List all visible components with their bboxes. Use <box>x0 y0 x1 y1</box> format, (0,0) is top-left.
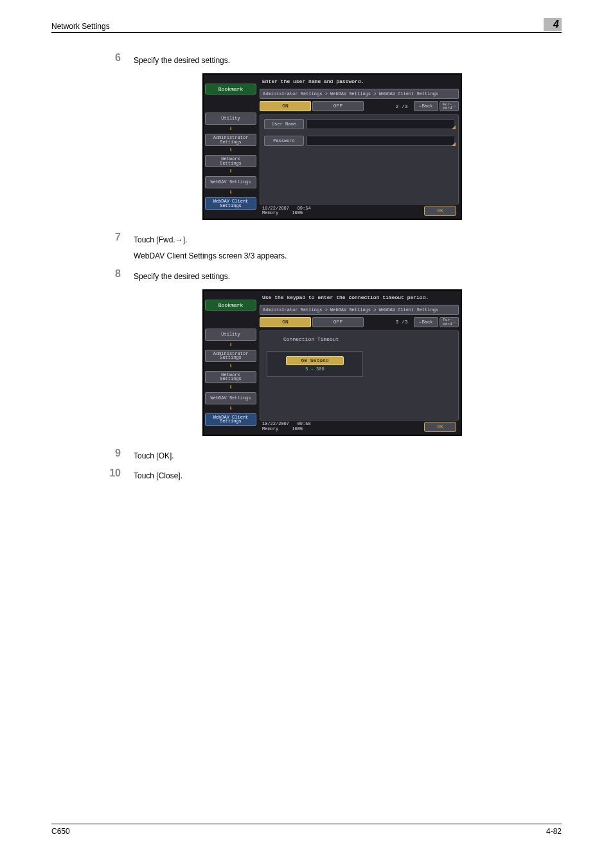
sidebar-item-webdav-settings[interactable]: WebDAV Settings <box>205 176 256 188</box>
timeout-value[interactable]: 60 Second <box>286 356 344 365</box>
sidebar-item-admin-settings[interactable]: Administrator Settings <box>205 350 256 362</box>
username-input[interactable] <box>306 119 454 129</box>
page-indicator: 3 /3 <box>391 319 413 325</box>
instruction-text: Use the keypad to enter the connection t… <box>260 292 459 305</box>
arrow-down-icon: ⬇ <box>205 126 256 132</box>
sidebar-item-network-settings[interactable]: Network Settings <box>205 155 256 167</box>
bookmark-button[interactable]: Bookmark <box>205 300 256 311</box>
back-button[interactable]: ←Back <box>414 101 438 111</box>
sidebar-item-webdav-settings[interactable]: WebDAV Settings <box>205 392 256 404</box>
ok-button[interactable]: OK <box>424 206 456 216</box>
bookmark-button[interactable]: Bookmark <box>205 84 256 95</box>
password-button[interactable]: Password <box>264 136 304 146</box>
ok-button[interactable]: OK <box>424 422 456 432</box>
sidebar-item-admin-settings[interactable]: Administrator Settings <box>205 134 256 146</box>
breadcrumb: Administrator Settings > WebDAV Settings… <box>260 305 459 315</box>
step-text: Touch [Close]. <box>134 467 182 482</box>
step-number: 9 <box>103 448 121 459</box>
step-number: 8 <box>103 268 121 280</box>
step-text: Touch [OK]. <box>134 448 174 462</box>
status-bar: 10/22/2007 09:54 Memory 100% <box>262 206 311 216</box>
step-subtext: WebDAV Client Settings screen 3/3 appear… <box>134 250 287 262</box>
step-text: Touch [Fwd.→]. <box>134 234 287 246</box>
step-text: Specify the desired settings. <box>134 268 230 283</box>
connection-timeout-label: Connection Timeout <box>264 335 454 345</box>
forward-button[interactable]: For- ward → <box>440 101 459 111</box>
connection-timeout-block: 60 Second 5 - 300 <box>267 351 363 377</box>
arrow-down-icon: ⬇ <box>205 168 256 175</box>
footer-right: 4-82 <box>546 827 562 836</box>
arrow-down-icon: ⬇ <box>205 147 256 154</box>
forward-button[interactable]: For- ward → <box>440 317 459 327</box>
sidebar-item-network-settings[interactable]: Network Settings <box>205 371 256 383</box>
timeout-range: 5 - 300 <box>305 366 324 372</box>
page-indicator: 2 /3 <box>391 104 413 109</box>
status-bar: 10/22/2007 09:58 Memory 100% <box>262 422 311 431</box>
password-input[interactable] <box>306 136 454 146</box>
sidebar-item-utility[interactable]: Utility <box>205 113 256 125</box>
chapter-number: 4 <box>544 18 562 31</box>
arrow-right-icon: → <box>453 318 456 327</box>
instruction-text: Enter the user name and password. <box>260 76 459 89</box>
forward-label: For- ward <box>443 318 452 325</box>
arrow-right-icon: → <box>453 102 456 111</box>
screenshot-page-3: Bookmark Utility ⬇ Administrator Setting… <box>202 289 462 436</box>
screenshot-page-2: Bookmark Utility ⬇ Administrator Setting… <box>202 73 462 220</box>
arrow-down-icon: ⬇ <box>205 384 256 391</box>
arrow-down-icon: ⬇ <box>205 363 256 370</box>
forward-label: For- ward <box>443 103 452 110</box>
footer-left: C650 <box>51 827 70 836</box>
back-button[interactable]: ←Back <box>414 317 438 327</box>
step-text: Specify the desired settings. <box>134 52 230 67</box>
step-number: 6 <box>103 52 121 64</box>
arrow-down-icon: ⬇ <box>205 406 256 412</box>
on-button[interactable]: ON <box>260 317 311 327</box>
username-button[interactable]: User Name <box>264 119 304 129</box>
off-button[interactable]: OFF <box>312 317 364 327</box>
sidebar-item-webdav-client[interactable]: WebDAV Client Settings <box>205 197 256 210</box>
section-title: Network Settings <box>51 22 110 31</box>
arrow-down-icon: ⬇ <box>205 342 256 348</box>
sidebar-item-utility[interactable]: Utility <box>205 329 256 341</box>
off-button[interactable]: OFF <box>312 101 364 111</box>
on-button[interactable]: ON <box>260 101 311 111</box>
arrow-down-icon: ⬇ <box>205 190 256 196</box>
sidebar-item-webdav-client[interactable]: WebDAV Client Settings <box>205 413 256 426</box>
step-number: 7 <box>103 231 121 243</box>
step-number: 10 <box>103 467 121 479</box>
breadcrumb: Administrator Settings > WebDAV Settings… <box>260 89 459 99</box>
